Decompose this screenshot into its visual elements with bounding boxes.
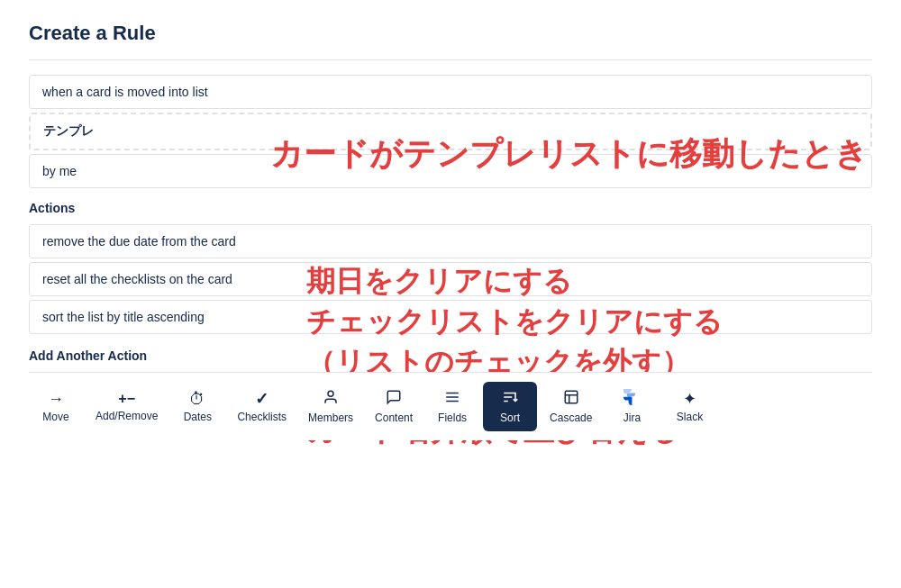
action-btn-sort[interactable]: Sort — [483, 382, 537, 431]
action-btn-fields[interactable]: Fields — [425, 382, 479, 431]
dates-label: Dates — [184, 411, 212, 423]
action-item-1: reset all the checklists on the card — [29, 262, 872, 296]
svg-rect-8 — [565, 391, 578, 403]
jira-label: Jira — [623, 412, 641, 424]
action-item-0: remove the due date from the card — [29, 224, 872, 258]
slack-label: Slack — [677, 411, 703, 423]
jira-icon — [623, 389, 640, 408]
add-remove-label: Add/Remove — [96, 410, 158, 422]
action-btn-add-remove[interactable]: +− Add/Remove — [86, 384, 167, 430]
add-action-label: Add Another Action — [29, 348, 872, 363]
action-btn-checklists[interactable]: ✓ Checklists — [228, 384, 296, 430]
members-label: Members — [308, 412, 353, 424]
move-label: Move — [42, 411, 68, 423]
members-icon — [323, 389, 339, 408]
content-label: Content — [375, 412, 413, 424]
fields-label: Fields — [438, 412, 467, 424]
page-title: Create a Rule — [29, 22, 872, 45]
action-btn-move[interactable]: → Move — [29, 384, 83, 430]
add-remove-icon: +− — [118, 392, 135, 406]
action-btn-dates[interactable]: ⏱ Dates — [170, 384, 224, 430]
checklists-label: Checklists — [237, 411, 287, 423]
title-divider — [29, 59, 872, 60]
trigger-user: by me — [29, 154, 872, 188]
action-btn-jira[interactable]: Jira — [605, 382, 659, 431]
actions-section: Actions remove the due date from the car… — [29, 201, 872, 334]
action-btn-cascade[interactable]: Cascade — [541, 382, 601, 431]
content-icon — [386, 389, 402, 408]
slack-icon: ✦ — [683, 391, 696, 407]
svg-point-0 — [328, 391, 333, 396]
cascade-icon — [563, 389, 579, 408]
sort-icon — [502, 389, 518, 408]
trigger-section: when a card is moved into list テンプレ by m… — [29, 75, 872, 188]
checklists-icon: ✓ — [255, 391, 268, 407]
add-action-section: Add Another Action — [29, 348, 872, 363]
move-icon: → — [48, 391, 64, 407]
action-btn-slack[interactable]: ✦ Slack — [662, 384, 716, 430]
trigger-condition: when a card is moved into list — [29, 75, 872, 109]
cascade-label: Cascade — [550, 412, 592, 424]
action-bar: → Move +− Add/Remove ⏱ Dates ✓ Checklist… — [29, 372, 872, 440]
fields-icon — [444, 389, 460, 408]
action-item-2: sort the list by title ascending — [29, 300, 872, 334]
action-btn-members[interactable]: Members — [299, 382, 362, 431]
trigger-list[interactable]: テンプレ — [29, 113, 872, 150]
dates-icon: ⏱ — [189, 391, 205, 407]
actions-label: Actions — [29, 201, 872, 215]
sort-label: Sort — [500, 412, 520, 424]
action-btn-content[interactable]: Content — [366, 382, 422, 431]
